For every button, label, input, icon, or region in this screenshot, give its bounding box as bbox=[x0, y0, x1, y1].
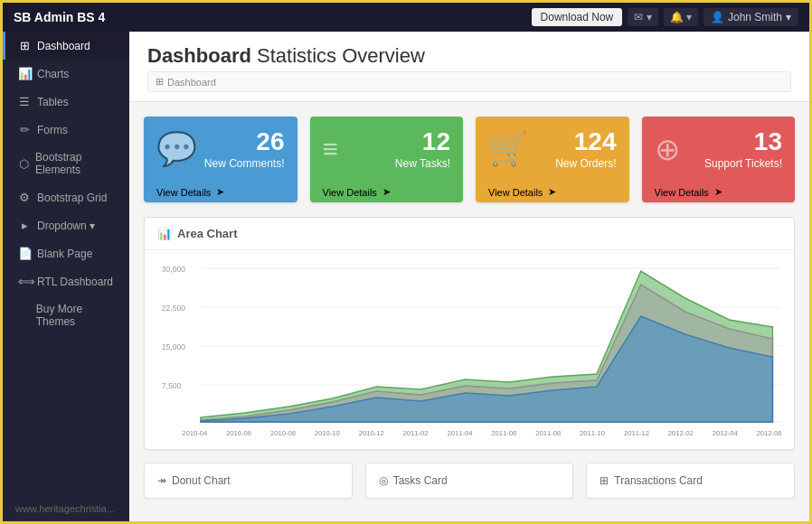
area-chart-title: Area Chart bbox=[177, 227, 237, 240]
svg-text:15,000: 15,000 bbox=[162, 342, 185, 351]
comments-label: New Comments! bbox=[204, 157, 285, 170]
app-brand: SB Admin BS 4 bbox=[14, 10, 105, 24]
orders-number: 124 bbox=[555, 129, 616, 154]
donut-chart-label: Donut Chart bbox=[172, 474, 231, 487]
svg-text:2010-10: 2010-10 bbox=[315, 429, 341, 437]
svg-text:2012-02: 2012-02 bbox=[668, 429, 694, 437]
user-menu-button[interactable]: 👤 John Smith ▾ bbox=[703, 8, 798, 26]
bottom-panel-tasks-card[interactable]: ◎ Tasks Card bbox=[365, 463, 574, 499]
tasks-info: 12 New Tasks! bbox=[395, 129, 450, 170]
tasks-card-label: Tasks Card bbox=[393, 474, 448, 487]
tickets-info: 13 Support Tickets! bbox=[704, 129, 782, 170]
stat-card-body-tickets: ⊕ 13 Support Tickets! bbox=[642, 117, 796, 182]
sidebar-item-rtl-dashboard[interactable]: ⟺ RTL Dashboard bbox=[3, 267, 129, 295]
stat-card-body-tasks: ≡ 12 New Tasks! bbox=[310, 117, 464, 182]
top-navbar: SB Admin BS 4 Download Now ✉ ▾ 🔔 ▾ 👤 Joh… bbox=[3, 3, 809, 32]
sidebar-label-tables: Tables bbox=[37, 96, 69, 108]
tickets-number: 13 bbox=[704, 129, 782, 154]
svg-text:2010-12: 2010-12 bbox=[359, 429, 384, 437]
sidebar-item-bootstrap-elements[interactable]: ⬡ Bootstrap Elements bbox=[3, 144, 129, 183]
sidebar-label-bootstrap-grid: Bootstrap Grid bbox=[37, 192, 107, 204]
orders-footer[interactable]: View Details ➤ bbox=[476, 182, 629, 202]
bottom-panel-donut[interactable]: ↠ Donut Chart bbox=[144, 463, 353, 499]
main-content: Dashboard Statistics Overview ⊞ Dashboar… bbox=[129, 32, 809, 521]
sidebar-label-dropdown: Dropdown ▾ bbox=[37, 220, 95, 232]
sidebar-footer-url: www.heritagechristia... bbox=[3, 496, 129, 521]
sidebar-label-bootstrap-elements: Bootstrap Elements bbox=[35, 151, 117, 176]
comments-number: 26 bbox=[204, 129, 285, 154]
orders-footer-icon: ➤ bbox=[548, 186, 556, 198]
sidebar-item-forms[interactable]: ✏ Forms bbox=[3, 116, 129, 144]
breadcrumb: ⊞ Dashboard bbox=[147, 71, 791, 92]
comments-footer[interactable]: View Details ➤ bbox=[144, 182, 297, 202]
blank-page-icon: 📄 bbox=[18, 247, 31, 260]
page-title-strong: Dashboard bbox=[147, 44, 251, 67]
comments-icon: 💬 bbox=[156, 130, 197, 168]
tickets-icon: ⊕ bbox=[655, 131, 680, 167]
content-area: 💬 26 New Comments! View Details ➤ ≡ bbox=[129, 102, 809, 521]
stat-card-tasks: ≡ 12 New Tasks! View Details ➤ bbox=[310, 117, 464, 202]
bootstrap-elements-icon: ⬡ bbox=[18, 157, 29, 171]
stat-card-orders: 🛒 124 New Orders! View Details ➤ bbox=[476, 117, 629, 202]
sidebar-label-charts: Charts bbox=[37, 68, 69, 80]
orders-view-details: View Details bbox=[488, 187, 543, 198]
svg-text:2012-06: 2012-06 bbox=[757, 429, 781, 437]
mail-button[interactable]: ✉ ▾ bbox=[628, 8, 657, 26]
area-chart-section: 📊 Area Chart 30,000 22,500 15,000 7,500 bbox=[144, 217, 795, 450]
page-title: Dashboard Statistics Overview bbox=[147, 44, 791, 68]
tasks-card-icon: ◎ bbox=[379, 474, 388, 487]
tickets-footer[interactable]: View Details ➤ bbox=[642, 182, 796, 202]
tasks-footer-icon: ➤ bbox=[382, 186, 391, 198]
stat-card-body-orders: 🛒 124 New Orders! bbox=[476, 117, 629, 182]
svg-text:7,500: 7,500 bbox=[162, 381, 182, 390]
orders-label: New Orders! bbox=[555, 157, 616, 170]
sidebar-item-bootstrap-grid[interactable]: ⚙ Bootstrap Grid bbox=[3, 183, 129, 211]
download-button[interactable]: Download Now bbox=[532, 8, 623, 26]
transactions-label: Transactions Card bbox=[614, 474, 703, 487]
tasks-footer[interactable]: View Details ➤ bbox=[310, 182, 464, 202]
tasks-icon: ≡ bbox=[323, 134, 339, 164]
comments-view-details: View Details bbox=[156, 187, 211, 198]
charts-icon: 📊 bbox=[18, 67, 31, 80]
stat-card-comments: 💬 26 New Comments! View Details ➤ bbox=[144, 117, 297, 202]
breadcrumb-label: Dashboard bbox=[167, 77, 216, 88]
area-chart-body: 30,000 22,500 15,000 7,500 bbox=[145, 250, 794, 449]
tables-icon: ☰ bbox=[18, 95, 31, 108]
comments-info: 26 New Comments! bbox=[204, 129, 285, 170]
sidebar-item-charts[interactable]: 📊 Charts bbox=[3, 60, 129, 88]
user-icon: 👤 bbox=[711, 11, 724, 23]
orders-info: 124 New Orders! bbox=[555, 129, 616, 170]
bootstrap-grid-icon: ⚙ bbox=[18, 191, 31, 204]
area-chart-svg: 30,000 22,500 15,000 7,500 bbox=[157, 259, 781, 440]
bottom-panel-transactions[interactable]: ⊞ Transactions Card bbox=[586, 463, 795, 499]
svg-text:2011-06: 2011-06 bbox=[491, 429, 517, 437]
comments-footer-icon: ➤ bbox=[216, 186, 224, 198]
dropdown-icon: ▸ bbox=[18, 219, 31, 232]
orders-icon: 🛒 bbox=[488, 130, 529, 168]
sidebar-label-buy-themes: Buy More Themes bbox=[36, 303, 117, 328]
tasks-view-details: View Details bbox=[323, 187, 377, 198]
area-chart-title-icon: 📊 bbox=[157, 227, 172, 240]
tasks-label: New Tasks! bbox=[395, 157, 450, 170]
sidebar-label-blank-page: Blank Page bbox=[37, 248, 92, 260]
dropdown-arrow-icon: ▾ bbox=[786, 11, 791, 23]
page-header: Dashboard Statistics Overview ⊞ Dashboar… bbox=[129, 32, 809, 102]
donut-chart-icon: ↠ bbox=[157, 474, 166, 487]
sidebar-label-forms: Forms bbox=[37, 124, 68, 136]
sidebar-item-buy-themes[interactable]: Buy More Themes bbox=[3, 295, 129, 335]
bottom-panels: ↠ Donut Chart ◎ Tasks Card ⊞ Transaction… bbox=[144, 463, 795, 499]
svg-text:2010-08: 2010-08 bbox=[270, 429, 297, 437]
tickets-label: Support Tickets! bbox=[704, 157, 782, 170]
forms-icon: ✏ bbox=[18, 123, 31, 136]
sidebar-item-blank-page[interactable]: 📄 Blank Page bbox=[3, 239, 129, 267]
tasks-number: 12 bbox=[395, 129, 450, 154]
sidebar: ⊞ Dashboard 📊 Charts ☰ Tables ✏ Forms ⬡ … bbox=[3, 32, 129, 521]
sidebar-item-dashboard[interactable]: ⊞ Dashboard bbox=[3, 32, 129, 60]
notifications-button[interactable]: 🔔 ▾ bbox=[664, 8, 698, 26]
rtl-icon: ⟺ bbox=[18, 275, 31, 288]
sidebar-item-dropdown[interactable]: ▸ Dropdown ▾ bbox=[3, 211, 129, 239]
sidebar-item-tables[interactable]: ☰ Tables bbox=[3, 88, 129, 116]
stat-cards-grid: 💬 26 New Comments! View Details ➤ ≡ bbox=[144, 117, 795, 202]
stat-card-tickets: ⊕ 13 Support Tickets! View Details ➤ bbox=[642, 117, 796, 202]
stat-card-body-comments: 💬 26 New Comments! bbox=[144, 117, 297, 182]
